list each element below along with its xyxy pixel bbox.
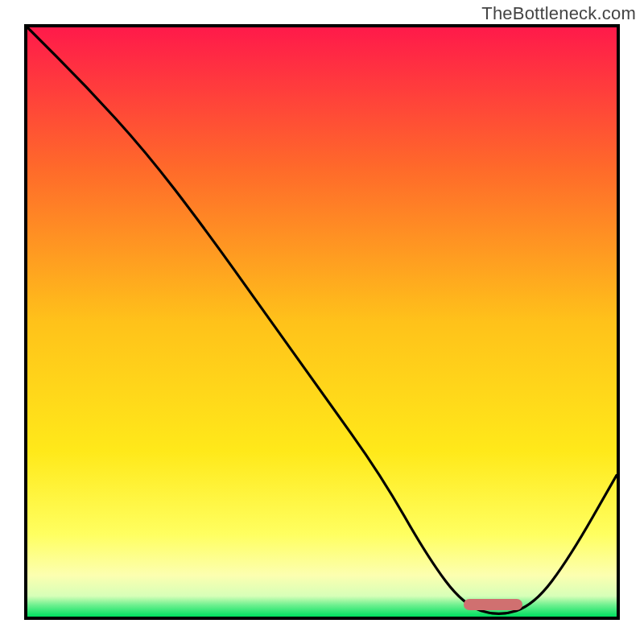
watermark-text: TheBottleneck.com — [481, 3, 636, 24]
optimal-range-marker — [464, 599, 522, 610]
bottleneck-curve — [27, 27, 617, 617]
plot-area — [24, 24, 620, 620]
chart-frame: TheBottleneck.com — [0, 0, 644, 644]
